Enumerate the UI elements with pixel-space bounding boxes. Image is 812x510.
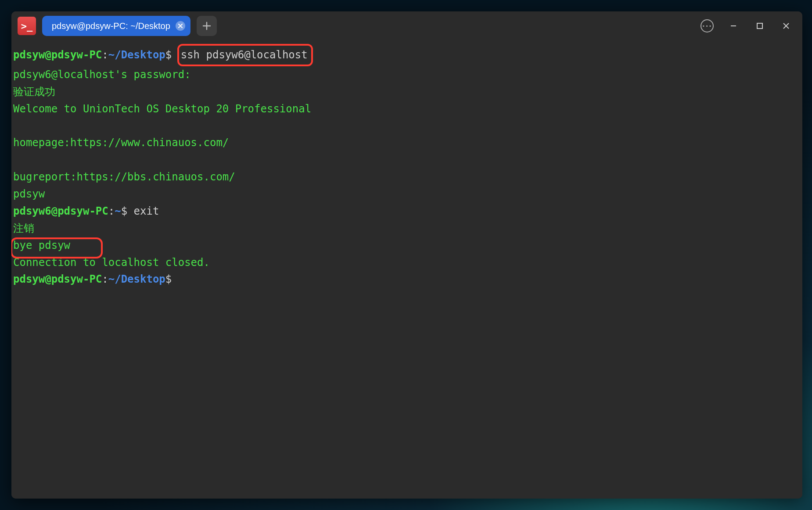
prompt-path: ~/Desktop [108, 273, 165, 285]
prompt-path: ~/Desktop [108, 49, 165, 61]
tab-label: pdsyw@pdsyw-PC: ~/Desktop [52, 21, 170, 31]
output-line: Welcome to UnionTech OS Desktop 20 Profe… [13, 103, 311, 115]
output-line: pdsyw [13, 188, 45, 200]
titlebar: >_ pdsyw@pdsyw-PC: ~/Desktop ••• [11, 11, 802, 40]
minimize-button[interactable] [723, 16, 744, 36]
prompt-colon: : [102, 49, 108, 61]
ellipsis-icon: ••• [701, 19, 714, 32]
more-menu-button[interactable]: ••• [697, 16, 717, 36]
output-line: 注销 [13, 222, 34, 234]
prompt-dollar: $ [121, 205, 134, 217]
close-icon [783, 22, 790, 29]
prompt-colon: : [102, 273, 108, 285]
prompt-user: pdsyw@pdsyw-PC [13, 273, 102, 285]
prompt-dollar: $ [165, 49, 178, 61]
prompt-path: ~ [115, 205, 121, 217]
output-line: homepage:https://www.chinauos.com/ [13, 136, 229, 149]
close-window-button[interactable] [776, 16, 796, 36]
terminal-output[interactable]: pdsyw@pdsyw-PC:~/Desktop$ ssh pdsyw6@loc… [11, 40, 802, 499]
output-line: bugreport:https://bbs.chinauos.com/ [13, 171, 235, 183]
new-tab-button[interactable] [197, 16, 217, 36]
plus-icon [202, 22, 211, 30]
command-text: exit [134, 205, 159, 217]
terminal-app-icon: >_ [18, 17, 36, 35]
maximize-icon [756, 22, 763, 29]
terminal-window: >_ pdsyw@pdsyw-PC: ~/Desktop ••• pdsyw@p… [11, 11, 802, 499]
prompt-colon: : [108, 205, 115, 217]
highlight-ssh-command: ssh pdsyw6@localhost [177, 44, 313, 66]
prompt-user: pdsyw6@pdsyw-PC [13, 205, 108, 217]
maximize-button[interactable] [750, 16, 770, 36]
prompt-dollar: $ [165, 273, 178, 285]
close-icon [178, 24, 183, 28]
output-line-highlighted: bye pdsyw [13, 239, 70, 251]
tab-close-button[interactable] [176, 21, 185, 31]
minimize-icon [729, 22, 737, 30]
output-line: bye pdsyw [13, 239, 70, 251]
tab-active[interactable]: pdsyw@pdsyw-PC: ~/Desktop [42, 16, 190, 36]
output-line: 验证成功 [13, 86, 55, 98]
command-text: ssh pdsyw6@localhost [181, 49, 308, 61]
svg-rect-0 [757, 23, 762, 29]
prompt-user: pdsyw@pdsyw-PC [13, 49, 102, 61]
output-line: Connection to localhost closed. [13, 256, 210, 269]
output-line: pdsyw6@localhost's password: [13, 68, 191, 81]
